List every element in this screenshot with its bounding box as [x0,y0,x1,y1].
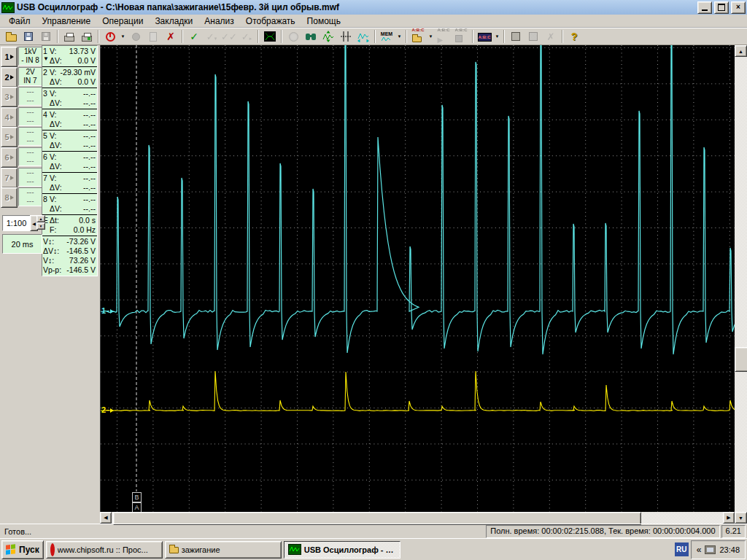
scroll-right-button[interactable]: ▶ [723,512,735,524]
close-button[interactable]: × [731,1,746,14]
tray-chevron-icon[interactable]: « [697,545,702,554]
abc-open-dropdown-button[interactable]: ▼ [427,28,435,44]
task-button-1[interactable]: www.chipsoft.ru :: Прос... [46,541,163,559]
scroll-down-button[interactable]: ▼ [735,512,747,524]
task-button-3[interactable]: USB Осциллограф - С... [284,541,400,559]
language-indicator[interactable]: RU [675,542,689,556]
channel-1-range-label[interactable]: 1kV- IN 8 [18,47,42,66]
clear-data-icon: ✗ [166,31,175,42]
channel-8-range-label[interactable]: ------ [18,187,42,206]
channel-2-marker-label: 2 [101,406,106,414]
mask-solid-button[interactable] [507,28,525,44]
record-icon [132,33,140,41]
spinner-down-button[interactable]: ▼ [36,222,45,230]
channel-4-range-label[interactable]: ------ [18,107,42,126]
spinner-up-button[interactable]: ▲ [36,215,45,222]
apply-check-button[interactable]: ✓ [185,28,203,44]
channel-7-range-label[interactable]: ------ [18,168,42,187]
channel-2-range-label[interactable]: 2VIN 7 [18,67,42,86]
menu-control[interactable]: Управление [36,15,97,27]
copy-view-button[interactable] [78,28,96,44]
app-icon [1,2,15,13]
vertical-scroll-thumb[interactable] [735,347,747,372]
scope-display[interactable]: 1 2 B A [100,45,735,512]
channel-4-row: 4------ [1,107,42,128]
stop-device-button[interactable] [101,28,119,44]
menu-file[interactable]: Файл [3,15,36,27]
measurement-channel-number: 7 [43,174,50,192]
mask-dither-button [525,28,542,44]
v-label: V: [50,68,57,77]
menu-operations[interactable]: Операции [96,15,149,27]
print-button[interactable] [61,28,78,44]
dv-value: --.-- [83,120,96,129]
cursor-a-flag[interactable]: A [132,502,142,512]
channel-4-button[interactable]: 4 [1,107,18,128]
channel-5-range-label[interactable]: ------ [18,127,42,146]
scroll-up-button[interactable]: ▲ [735,45,747,57]
menu-display[interactable]: Отображать [240,15,301,27]
clear-data-button[interactable]: ✗ [162,28,179,44]
channel-6-button[interactable]: 6 [1,147,18,168]
v-label: V: [50,131,57,141]
menu-analysis[interactable]: Анализ [198,15,240,27]
channel-3-range-label[interactable]: ------ [18,87,42,106]
memory-button[interactable]: MEM [378,28,395,44]
fit-amplitude-button[interactable] [320,28,337,44]
search-icon [306,34,310,40]
timebase-field[interactable]: 20 ms [2,234,42,254]
abc-display-icon: A:B:C [478,33,492,42]
channel-2-button[interactable]: 2 [1,67,18,88]
channel-3-row: 3------ [1,87,42,107]
channel-1-marker[interactable]: 1 [101,307,114,315]
probe-ratio-field[interactable]: 1:100 [2,215,31,231]
channel-1-button[interactable]: 1 [1,47,18,67]
measurement-channel-number: 1▼ [43,47,50,66]
channel-6-range-label[interactable]: ------ [18,147,42,166]
dv-value: 0.0 V [77,56,96,66]
vertical-scroll-track[interactable] [735,57,747,512]
help-button[interactable]: ? [565,28,583,44]
search-button[interactable] [302,28,320,44]
mask-dither-icon [529,32,538,41]
stop-device-dropdown-button[interactable]: ▼ [119,28,127,44]
fit-time-button[interactable] [355,28,372,44]
trigger-marker-icon: ▼ [43,55,50,62]
check-all-button: ✓✓ [220,28,238,44]
menu-help[interactable]: Помощь [301,15,347,27]
task-label: USB Осциллограф - С... [304,545,396,554]
pause-page-button [144,28,162,44]
menu-bookmarks[interactable]: Закладки [149,15,198,27]
memory-dropdown-button[interactable]: ▼ [395,28,403,44]
minimize-button[interactable] [697,1,712,14]
dv-label: ΔV: [50,98,62,108]
abc-open-button[interactable]: A:B:C [409,28,427,44]
check-next-icon: ✓▾ [206,32,217,42]
channel-5-button[interactable]: 5 [1,127,18,147]
v-value: --.-- [83,174,96,183]
measurement-channel-1: 1▼V:13.73 VΔV:0.0 V [42,46,97,67]
open-file-button[interactable] [2,28,20,44]
channel-3-button[interactable]: 3 [1,87,18,107]
scroll-left-button[interactable]: ◀ [100,512,112,524]
cursor-b-flag[interactable]: B [132,492,142,502]
abc-display-dropdown-button[interactable]: ▼ [493,28,501,44]
status-message: Готов... [1,527,484,536]
start-button[interactable]: Пуск [1,540,44,559]
toolbar-separator [258,30,259,43]
start-label: Пуск [19,545,39,555]
restore-button[interactable] [714,1,729,14]
toolbar-separator [374,30,376,43]
network-monitor-icon[interactable] [705,545,716,554]
tray-clock: 23:48 [719,545,740,554]
save-file-button[interactable] [20,28,37,44]
abc-display-button[interactable]: A:B:C [476,28,493,44]
channel-7-button[interactable]: 7 [1,168,18,188]
abc-play-button: A:B:C▶ [435,28,452,44]
task-button-2[interactable]: зажигание [165,541,282,559]
xy-mode-button[interactable] [261,28,279,44]
cursors-button[interactable] [337,28,355,44]
channel-2-marker[interactable]: 2 [101,406,114,414]
channel-8-button[interactable]: 8 [1,187,18,208]
horizontal-scroll-track[interactable] [112,512,723,524]
